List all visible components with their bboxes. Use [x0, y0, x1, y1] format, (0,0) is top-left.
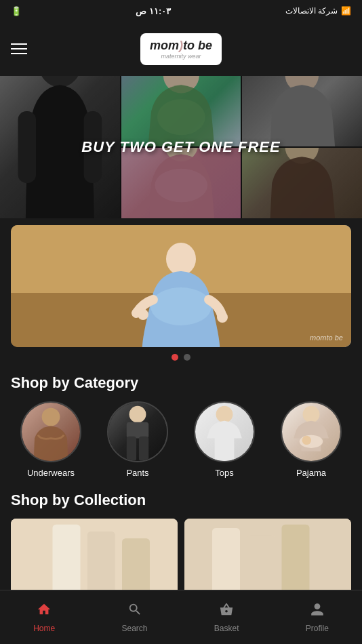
category-item-underwear[interactable]: Underwears: [11, 401, 91, 478]
carousel-dots: [0, 354, 362, 361]
category-circle-pajama: [281, 401, 342, 462]
category-label-pants: Pants: [126, 468, 148, 478]
category-label-underwear: Underwears: [27, 468, 75, 478]
header: mom)to be maternity wear: [0, 22, 362, 76]
carousel-image: momto be: [11, 225, 351, 347]
nav-basket-label: Basket: [214, 624, 239, 633]
nav-home[interactable]: Home: [22, 597, 66, 639]
category-section-title: Shop by Category: [0, 367, 362, 396]
basket-icon: [219, 602, 234, 621]
carousel-watermark: momto be: [310, 334, 343, 342]
nav-basket[interactable]: Basket: [203, 597, 250, 639]
svg-point-14: [217, 312, 228, 323]
category-item-pajama[interactable]: Pajama: [271, 401, 351, 478]
nav-profile[interactable]: Profile: [295, 597, 340, 639]
nav-profile-label: Profile: [306, 624, 329, 633]
category-circle-underwear: [20, 401, 81, 462]
bottom-nav: Home Search Basket Profile: [0, 590, 362, 644]
svg-point-15: [42, 408, 60, 426]
carrier-indicator: 📶 شركة الاتصالات: [285, 6, 351, 16]
dot-1[interactable]: [172, 354, 178, 361]
category-circle-tops: [194, 401, 255, 462]
menu-button[interactable]: [11, 43, 27, 54]
svg-point-21: [303, 406, 320, 423]
svg-rect-17: [127, 422, 148, 439]
category-label-pajama: Pajama: [296, 468, 326, 478]
home-icon: [37, 602, 52, 621]
logo: mom)to be maternity wear: [140, 33, 222, 65]
hero-banner: BUY TWO GET ONE FREE: [0, 76, 362, 218]
collection-section-title: Shop by Collection: [0, 485, 362, 513]
collection-card-1[interactable]: [11, 519, 178, 600]
svg-rect-26: [87, 531, 115, 594]
svg-rect-27: [122, 538, 150, 594]
svg-point-16: [129, 406, 146, 423]
svg-rect-18: [127, 437, 136, 461]
svg-point-20: [216, 406, 233, 423]
svg-rect-31: [282, 525, 310, 595]
category-item-tops[interactable]: Tops: [184, 401, 264, 478]
category-circle-pants: [107, 401, 168, 462]
category-label-tops: Tops: [215, 468, 233, 478]
nav-search-label: Search: [121, 624, 147, 633]
profile-icon: [310, 602, 325, 621]
svg-point-23: [302, 436, 311, 445]
status-bar: 🔋 ١١:٠٣ ص 📶 شركة الاتصالات: [0, 0, 362, 22]
featured-carousel[interactable]: momto be: [11, 225, 351, 347]
logo-text: mom)to be maternity wear: [150, 39, 212, 60]
banner-overlay: BUY TWO GET ONE FREE: [0, 76, 362, 218]
svg-rect-19: [139, 437, 148, 461]
svg-rect-25: [53, 525, 81, 595]
category-row: Underwears Pants Tops: [0, 396, 362, 485]
dot-2[interactable]: [184, 354, 190, 361]
nav-search[interactable]: Search: [110, 597, 158, 639]
category-item-pants[interactable]: Pants: [98, 401, 178, 478]
svg-rect-30: [247, 535, 275, 594]
svg-rect-29: [212, 528, 240, 594]
battery-indicator: 🔋: [11, 6, 22, 16]
wifi-icon: 📶: [341, 6, 351, 16]
svg-point-13: [138, 309, 148, 320]
search-icon: [127, 602, 142, 621]
collection-card-2[interactable]: [184, 519, 351, 600]
svg-point-11: [166, 243, 196, 275]
nav-home-label: Home: [33, 624, 55, 633]
svg-point-12: [150, 287, 212, 325]
time-display: ١١:٠٣ ص: [136, 6, 171, 16]
banner-promo-text: BUY TWO GET ONE FREE: [81, 138, 280, 156]
